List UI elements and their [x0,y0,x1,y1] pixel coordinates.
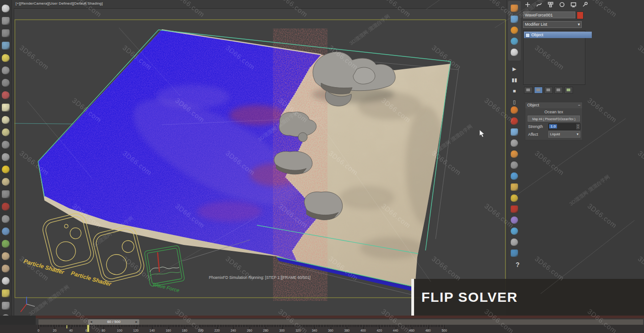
splat-red-icon [2,203,10,211]
gear-s-icon[interactable] [511,139,518,147]
grid-sim-icon[interactable] [511,16,518,23]
panel-icon[interactable] [2,29,10,37]
sun-icon[interactable] [2,166,10,173]
ruler-tick [65,325,65,327]
time-slider-track[interactable]: ◄ 60 / 500 ► [38,319,643,325]
stack-item-object[interactable]: Object [524,32,592,38]
object-color-swatch[interactable] [577,11,584,19]
object-name-field[interactable] [523,11,575,18]
modifier-list-dropdown[interactable]: Modifier List ▾ [523,21,582,28]
track-bar[interactable]: 0204060801001201401601802002202402602803… [0,325,644,333]
make-unique-button[interactable] [544,87,553,94]
sphere-olive-icon[interactable] [2,128,10,136]
cycle-icon[interactable] [511,228,518,235]
spinner-arrows-icon[interactable]: ▲▼ [576,124,580,129]
ruler-tick [74,325,75,327]
splat-icon[interactable] [2,91,10,99]
chevron-down-icon: ▾ [577,132,579,137]
show-end-result-button[interactable] [534,87,543,94]
pearl-icon[interactable] [2,277,10,285]
ruler-tick [355,325,355,327]
particles-icon[interactable] [511,49,518,56]
fire-sim-icon[interactable] [511,5,518,12]
strength-spinner[interactable]: 1.0 ▲▼ [548,123,580,130]
snap-grid-icon[interactable] [2,17,10,25]
flame2-icon[interactable] [511,150,518,158]
chip-icon[interactable] [2,104,10,111]
ruler-tick [439,325,440,327]
modify-tab[interactable] [535,1,543,8]
ruler-tick [405,325,406,327]
next-frame-arrow[interactable]: ► [135,319,138,325]
splat-red-icon[interactable] [2,203,10,211]
configure-modifier-button[interactable] [564,87,573,94]
ruler-tick [393,325,393,327]
ruler-tick [438,325,438,327]
book-icon[interactable] [511,205,518,213]
viewport-label[interactable]: [+][RenderCamera][User Defined][Default … [16,1,103,6]
paw-icon[interactable] [2,265,10,272]
globe-icon[interactable] [2,228,10,235]
display-tab[interactable] [570,1,577,8]
ruler-tick [139,325,140,327]
gear-fish-icon[interactable] [511,161,518,169]
stop-button[interactable]: ■ [510,86,518,94]
layers-icon[interactable] [2,42,10,50]
utilities-tab[interactable] [581,1,589,8]
light-icon[interactable] [2,54,10,62]
time-slider-handle[interactable]: ◄ 60 / 500 ► [88,319,139,325]
teapot-icon[interactable] [2,5,10,12]
ruler-tick-label: 140 [149,329,155,332]
flame2-icon [511,150,518,158]
fish-icon[interactable] [2,67,10,74]
ruler-tick-label: 320 [295,329,301,332]
leaf-icon[interactable] [2,240,10,248]
books-icon[interactable] [2,289,10,297]
ruler-tick-label: 180 [182,329,187,332]
create-tab[interactable] [524,1,531,8]
ruler-tick [116,325,117,327]
crate-icon[interactable] [511,250,518,257]
ruler-tick [327,325,328,327]
cone-icon[interactable] [2,153,10,161]
cylinder-icon[interactable] [2,302,10,310]
ruler-tick [271,325,271,327]
prev-frame-arrow[interactable]: ◄ [89,319,93,325]
remove-modifier-button[interactable] [554,87,563,94]
flame-icon[interactable] [511,106,518,114]
mug-icon[interactable] [511,183,518,191]
pin-stack-button[interactable] [524,87,533,94]
z-card-icon[interactable] [511,128,518,136]
brush-splat-icon[interactable] [511,117,518,125]
net-icon[interactable] [2,190,10,198]
ruler-tick [155,325,156,327]
ruler-tick [253,325,253,327]
keyframe-marker[interactable] [66,325,67,328]
modifier-stack[interactable]: Object [523,30,585,85]
playhead[interactable] [87,325,89,332]
ball-khaki-icon[interactable] [2,178,10,186]
cloud-icon[interactable] [2,116,10,124]
ball-sim-icon[interactable] [511,27,518,34]
hat-icon[interactable] [511,194,518,202]
liquid-drop-icon[interactable] [511,172,518,180]
pause-button[interactable]: ▮▮ [510,75,518,83]
play-button[interactable]: ▶ [510,64,518,72]
ocean-sim-icon[interactable] [511,38,518,45]
perspective-viewport[interactable]: Particle Shader Particle Shader Wave For… [14,8,506,316]
hand-icon[interactable] [2,252,10,260]
rollout-header[interactable]: Object − [525,102,582,108]
motion-tab[interactable] [558,1,566,8]
help-icon[interactable]: ? [513,261,522,269]
pad-icon[interactable] [2,215,10,223]
modifier-list-label: Modifier List [525,22,547,28]
ruler-tick [407,325,407,327]
hierarchy-tab[interactable] [547,1,554,8]
tool-icon[interactable] [511,239,518,246]
minnow-icon[interactable] [2,141,10,149]
ruler-tick [236,325,237,327]
ocean-tex-map-button[interactable]: Map #4 ( PhoenixFDOceanTex ) [528,116,580,122]
affect-dropdown[interactable]: Liquid ▾ [548,131,580,138]
swirl-icon[interactable] [2,79,10,87]
orb-icon[interactable] [511,216,518,224]
